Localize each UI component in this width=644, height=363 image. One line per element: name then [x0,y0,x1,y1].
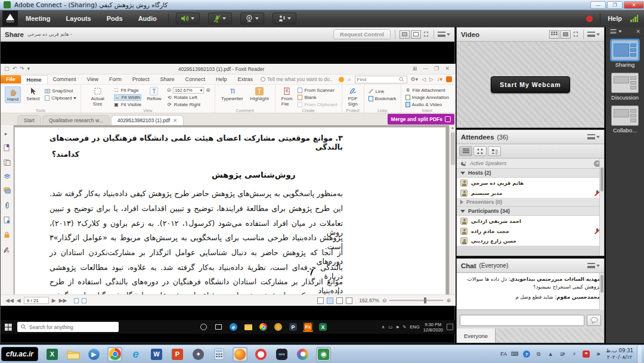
hosts-group-header[interactable]: Hosts (2) [457,169,604,178]
clipboard-button[interactable]: Clipboard ▾ [45,95,76,101]
from-clipboard-button[interactable]: From Clipboard [298,101,337,108]
layout-discussion[interactable]: Discussion [606,73,644,101]
rotate-left-button[interactable]: ⟲Rotate Left [167,94,210,101]
settings-gear-icon[interactable]: ⚙▾ [411,77,419,82]
pdf-sign-button[interactable]: PDF Sign [346,86,360,107]
prev-page-icon[interactable]: ◀ [17,298,21,303]
ribbon-layout-icon[interactable]: ⊞ [413,66,417,72]
video-fullscreen-icon[interactable]: ⛶ [574,31,578,38]
prev-arrow-icon[interactable]: ◁ [422,77,426,82]
attendee-row[interactable]: هاتم قربي ده سرخي [457,178,604,188]
document-scrollbar[interactable]: ▲ [449,125,456,294]
file-explorer-icon[interactable] [243,322,253,332]
tab-form[interactable]: Form [104,75,127,83]
reflow-button[interactable]: T Reflow [145,86,163,102]
security-panel-icon[interactable] [4,231,10,238]
status-zoom-in-icon[interactable]: ⊕ [446,298,451,303]
tab-file[interactable]: File [1,75,21,83]
zoom-level-box[interactable]: 162.67%▾ [173,87,204,94]
zoom-in-icon[interactable]: ⊕ [206,88,210,93]
folder-icon[interactable] [66,347,80,362]
internet-explorer-icon[interactable]: e [128,347,143,362]
help-tray-icon[interactable]: ? [522,350,531,358]
doc-tab-qualitative[interactable]: Qualitative research w... [42,115,110,125]
everyone-tab[interactable]: Everyone [457,328,496,343]
volume-tray-icon[interactable]: 🕪 [594,350,602,358]
participants-group-header[interactable]: Participants (34) [457,207,604,216]
antivirus-tray-icon[interactable]: ☂ [582,350,590,358]
rotate-right-button[interactable]: ⟳Rotate Right [167,101,210,108]
attendee-row[interactable]: مدير سيستم [457,188,604,198]
digital-sign-panel-icon[interactable]: R [4,246,10,253]
foxit-close-icon[interactable]: ✕ [445,66,450,72]
calculator-icon[interactable] [212,347,227,362]
app-p-icon[interactable]: P [288,322,298,332]
network-tray-icon[interactable]: 🖳 [558,350,566,358]
layout-collaboration[interactable]: Collabo... [606,106,644,134]
chrome-icon[interactable] [107,347,122,362]
help-menu[interactable]: Help [608,15,622,22]
attendee-row[interactable]: حسن زارع زرديني [457,236,604,246]
speaker-button[interactable] [176,13,200,24]
layouts-menu-icon[interactable] [610,29,616,33]
find-input[interactable] [357,77,399,82]
idm-icon[interactable]: ↓ [273,322,283,332]
layout-sharing[interactable]: Sharing [606,40,644,68]
page-number-box[interactable]: 9 / 21 [24,297,49,304]
breakout-view-toggle[interactable] [473,146,487,156]
tab-protect[interactable]: Protect [127,75,155,83]
quick-access-caret[interactable]: ▾ [27,66,30,72]
single-page-layout-icon[interactable] [317,297,324,304]
undo-icon[interactable]: ↶ [13,66,17,72]
menu-meeting[interactable]: Meeting [26,15,51,22]
bookmarks-panel-icon[interactable] [4,144,10,151]
show-desktop-button[interactable] [637,345,642,363]
highlight-button[interactable]: T Highlight [249,86,271,102]
grid-view-icon[interactable] [561,30,571,39]
foxit-taskbar-icon[interactable]: Fx [303,322,313,332]
tray-chevron-icon[interactable]: ∧ [382,324,385,330]
chat-input[interactable] [460,315,584,326]
fullscreen-icon[interactable]: ⛶ [424,31,428,38]
presenters-group-header[interactable]: Presenters (0) [457,198,604,207]
attendee-row[interactable]: احمد شريفي ارداني [457,216,604,226]
status-zoom-out-icon[interactable]: ⊖ [382,298,387,303]
hand-tool-button[interactable]: Hand [5,86,21,103]
pages-panel-icon[interactable] [4,159,11,166]
edge-icon[interactable]: e [228,322,239,332]
zoom-slider[interactable] [389,300,443,301]
find-previous-icon[interactable]: ⌕ [348,77,351,82]
tab-view[interactable]: View [82,75,104,83]
tab-comment[interactable]: Comment [48,75,82,83]
set-status-button[interactable] [273,13,296,24]
webcam-button[interactable] [240,13,264,24]
close-tab-icon[interactable]: ✕ [173,117,177,123]
tab-share[interactable]: Share [154,75,179,83]
filmstrip-view-icon[interactable] [549,30,559,39]
first-page-icon[interactable]: ◀◀ [5,298,14,303]
find-box[interactable] [355,76,407,83]
signature-panel-icon[interactable] [4,216,10,224]
opera-icon[interactable] [253,347,268,362]
tab-extras[interactable]: Extras [233,75,259,83]
continuous-facing-layout-icon[interactable] [346,297,352,304]
microphone-button[interactable] [208,13,232,24]
powerpoint-icon[interactable]: P [170,347,185,362]
facing-layout-icon[interactable] [336,297,343,304]
next-view-icon[interactable] [82,298,86,303]
last-page-icon[interactable]: ▶▶ [59,298,67,303]
start-webcam-button[interactable]: Start My Webcam [491,76,569,93]
save-icon[interactable]: ▢ [4,66,10,72]
minimize-button[interactable]: — [590,1,606,9]
firefox-icon[interactable] [233,347,247,362]
image-annotation-button[interactable]: Image Annotation [405,94,449,101]
tray-volume-icon[interactable]: 🕪 [396,324,399,330]
bookmark-button[interactable]: Bookmark [369,95,397,102]
next-arrow-icon[interactable]: ▷ [429,77,434,82]
attendees-scrollbar[interactable] [599,159,604,256]
keyboard-tray-icon[interactable]: ⌨ [510,350,519,358]
menu-layouts[interactable]: Layouts [66,15,91,22]
close-button[interactable]: ✕ [624,1,644,9]
language-indicator[interactable]: FA [500,351,507,357]
kmplayer-icon[interactable]: ✦ [191,347,206,362]
